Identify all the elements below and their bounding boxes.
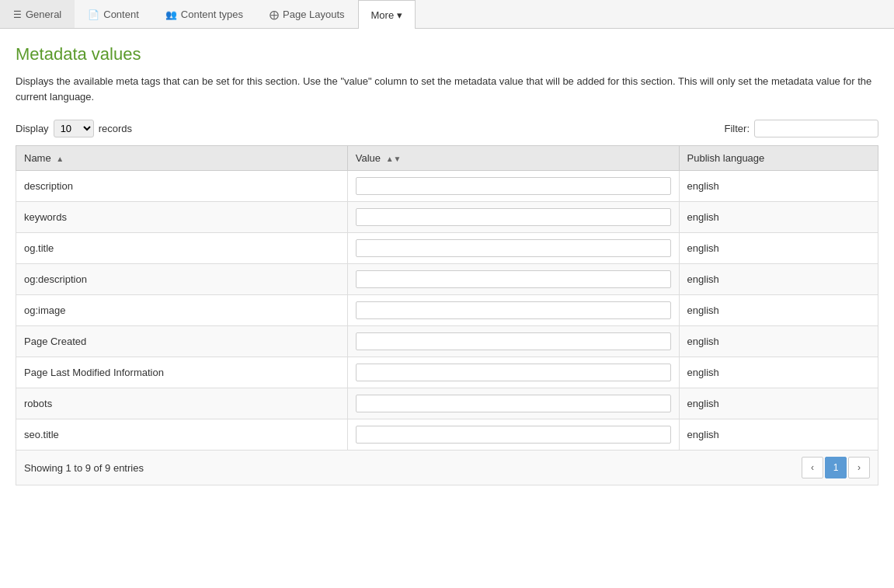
row-value-cell (347, 233, 679, 264)
pagination: ‹ 1 › (802, 457, 870, 478)
col-value[interactable]: Value ▲▼ (347, 146, 679, 171)
display-label: Display (16, 123, 49, 134)
display-select[interactable]: 10 25 50 100 (54, 120, 94, 137)
row-language: english (679, 419, 878, 451)
filter-label: Filter: (725, 123, 750, 134)
row-name: keywords (16, 202, 348, 233)
filter-input[interactable] (754, 120, 878, 137)
value-input[interactable] (356, 301, 671, 319)
row-name: description (16, 171, 348, 202)
tab-content-label: Content (103, 9, 139, 20)
row-name: og.title (16, 233, 348, 264)
content-icon: 📄 (88, 9, 99, 20)
table-row: og:descriptionenglish (16, 264, 878, 295)
value-input[interactable] (356, 208, 671, 226)
row-name: og:description (16, 264, 348, 295)
table-row: robotsenglish (16, 388, 878, 419)
content-types-icon: 👥 (165, 9, 177, 20)
tab-content-types-label: Content types (181, 9, 243, 20)
table-row: og.titleenglish (16, 233, 878, 264)
col-name[interactable]: Name ▲ (16, 146, 348, 171)
row-value-cell (347, 419, 679, 451)
row-value-cell (347, 202, 679, 233)
row-language: english (679, 295, 878, 326)
records-label: records (99, 123, 132, 134)
page-1-button[interactable]: 1 (825, 457, 847, 478)
tab-bar: ☰ General 📄 Content 👥 Content types ⨁ Pa… (0, 0, 894, 29)
row-value-cell (347, 388, 679, 419)
showing-text: Showing 1 to 9 of 9 entries (24, 462, 144, 474)
row-value-cell (347, 171, 679, 202)
page-title: Metadata values (16, 44, 878, 64)
col-value-label: Value (356, 152, 381, 164)
row-name: Page Created (16, 326, 348, 357)
row-name: robots (16, 388, 348, 419)
value-input[interactable] (356, 332, 671, 350)
row-value-cell (347, 264, 679, 295)
table-footer: Showing 1 to 9 of 9 entries ‹ 1 › (16, 451, 878, 485)
table-row: Page Createdenglish (16, 326, 878, 357)
tab-more-label: More ▾ (371, 9, 402, 21)
table-row: Page Last Modified Informationenglish (16, 357, 878, 388)
value-input[interactable] (356, 426, 671, 444)
tab-content[interactable]: 📄 Content (75, 0, 152, 28)
row-language: english (679, 233, 878, 264)
row-name: seo.title (16, 419, 348, 451)
display-section: Display 10 25 50 100 records (16, 120, 132, 137)
row-name: og:image (16, 295, 348, 326)
value-input[interactable] (356, 177, 671, 195)
tab-page-layouts[interactable]: ⨁ Page Layouts (256, 0, 358, 28)
page-layouts-icon: ⨁ (270, 9, 279, 20)
tab-general-label: General (26, 9, 61, 20)
col-publish-language-label: Publish language (687, 152, 765, 164)
table-row: descriptionenglish (16, 171, 878, 202)
tab-general[interactable]: ☰ General (0, 0, 75, 28)
row-value-cell (347, 357, 679, 388)
filter-section: Filter: (725, 120, 879, 137)
general-icon: ☰ (13, 9, 22, 20)
tab-more[interactable]: More ▾ (358, 0, 416, 29)
row-value-cell (347, 295, 679, 326)
main-content: Metadata values Displays the available m… (0, 29, 894, 493)
row-language: english (679, 388, 878, 419)
table-row: og:imageenglish (16, 295, 878, 326)
table-header-row: Name ▲ Value ▲▼ Publish language (16, 146, 878, 171)
value-input[interactable] (356, 239, 671, 257)
row-name: Page Last Modified Information (16, 357, 348, 388)
controls-row: Display 10 25 50 100 records Filter: (16, 120, 878, 137)
col-publish-language: Publish language (679, 146, 878, 171)
row-language: english (679, 264, 878, 295)
value-sort-icon: ▲▼ (386, 155, 402, 163)
next-page-button[interactable]: › (848, 457, 870, 478)
prev-page-button[interactable]: ‹ (802, 457, 823, 478)
value-input[interactable] (356, 270, 671, 288)
table-row: seo.titleenglish (16, 419, 878, 451)
row-language: english (679, 326, 878, 357)
table-row: keywordsenglish (16, 202, 878, 233)
name-sort-icon: ▲ (56, 155, 64, 163)
col-name-label: Name (24, 152, 51, 164)
row-language: english (679, 171, 878, 202)
row-language: english (679, 357, 878, 388)
tab-page-layouts-label: Page Layouts (283, 9, 345, 20)
value-input[interactable] (356, 364, 671, 381)
tab-content-types[interactable]: 👥 Content types (152, 0, 256, 28)
row-value-cell (347, 326, 679, 357)
value-input[interactable] (356, 395, 671, 412)
description-text: Displays the available meta tags that ca… (16, 74, 878, 104)
row-language: english (679, 202, 878, 233)
data-table: Name ▲ Value ▲▼ Publish language descrip… (16, 145, 878, 451)
